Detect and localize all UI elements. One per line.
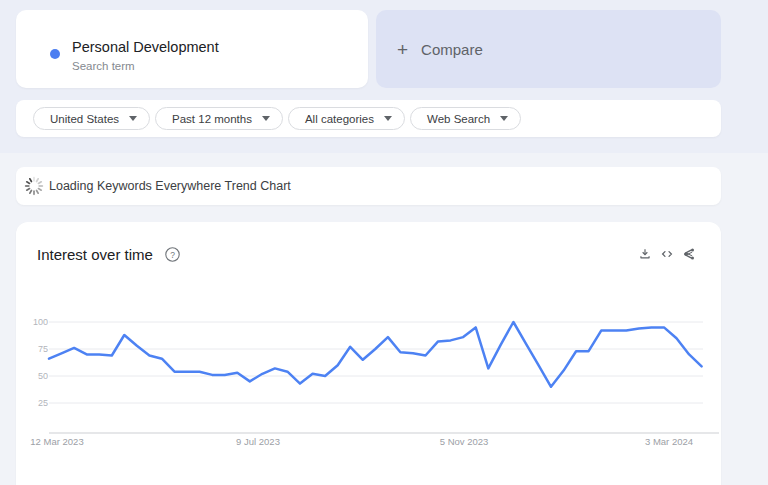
x-tick-label: 5 Nov 2023: [440, 436, 489, 447]
compare-label: Compare: [421, 41, 483, 58]
filter-region-dropdown[interactable]: United States: [33, 107, 150, 130]
search-term-label: Personal Development: [72, 39, 219, 55]
search-term-type: Search term: [72, 60, 135, 72]
filter-time-value: Past 12 months: [172, 113, 252, 125]
loading-text: Loading Keywords Everywhere Trend Chart: [49, 179, 291, 193]
y-tick-label: 25: [18, 397, 48, 409]
dropdown-arrow-icon: [384, 116, 392, 121]
trend-chart[interactable]: 100 75 50 25 12 Mar 2023 9 Jul 2023 5 No…: [16, 222, 721, 462]
y-tick-label: 50: [18, 370, 48, 382]
dropdown-arrow-icon: [262, 116, 270, 121]
y-tick-label: 100: [18, 316, 48, 328]
loading-spinner-icon: [24, 176, 44, 196]
x-tick-label: 3 Mar 2024: [645, 436, 693, 447]
filter-region-value: United States: [50, 113, 119, 125]
plus-icon: +: [397, 40, 408, 59]
dropdown-arrow-icon: [129, 116, 137, 121]
x-tick-label: 12 Mar 2023: [30, 436, 83, 447]
filter-bar: United States Past 12 months All categor…: [16, 100, 721, 137]
filter-category-dropdown[interactable]: All categories: [288, 107, 405, 130]
filter-category-value: All categories: [305, 113, 374, 125]
dropdown-arrow-icon: [500, 116, 508, 121]
filter-search-type-dropdown[interactable]: Web Search: [410, 107, 521, 130]
y-tick-label: 75: [18, 343, 48, 355]
x-tick-label: 9 Jul 2023: [236, 436, 280, 447]
search-term-card[interactable]: Personal Development Search term: [16, 10, 368, 88]
add-comparison-button[interactable]: + Compare: [376, 10, 721, 88]
series-color-dot-icon: [50, 49, 60, 59]
trend-line-plot: [16, 222, 721, 462]
filter-search-type-value: Web Search: [427, 113, 490, 125]
filter-time-dropdown[interactable]: Past 12 months: [155, 107, 283, 130]
loading-banner: Loading Keywords Everywhere Trend Chart: [16, 167, 721, 205]
interest-over-time-card: Interest over time ?: [16, 222, 721, 485]
